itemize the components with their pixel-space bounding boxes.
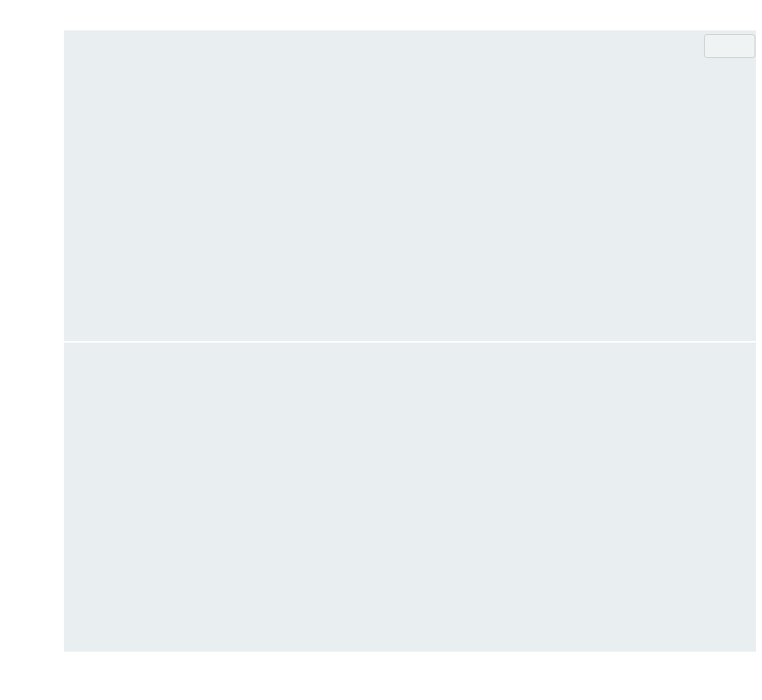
top-plot-area <box>64 30 756 341</box>
top-plot-svg <box>64 30 756 341</box>
legend <box>704 34 755 58</box>
bottom-plot-area <box>64 343 756 652</box>
figure <box>0 0 762 700</box>
bottom-plot-svg <box>64 343 756 652</box>
legend-line-sample <box>713 45 738 48</box>
